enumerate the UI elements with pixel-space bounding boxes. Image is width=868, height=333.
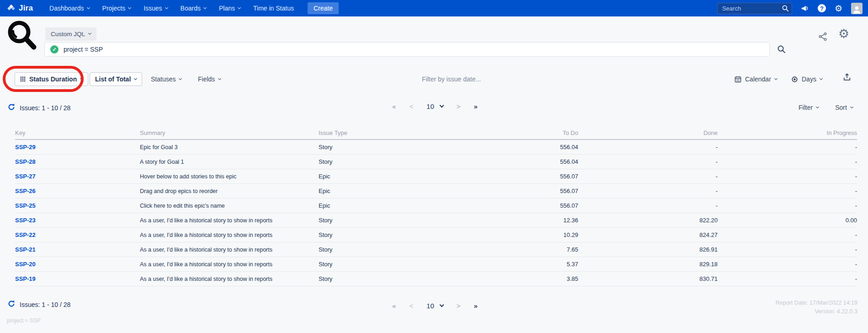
pagination-prev-button[interactable]: < (409, 302, 413, 310)
report-type-dropdown-list-of-total[interactable]: List of Total (90, 72, 142, 86)
to-do-value: 7.65 (447, 246, 578, 253)
table-row: SSP-29 Epic for Goal 3 Story 556.04 - - (15, 140, 857, 155)
pagination-prev-button[interactable]: < (409, 102, 413, 110)
jql-query-input[interactable]: ✓ project = SSP (44, 42, 770, 57)
report-metadata: Report Date: 17/Mar/2022 14:19 Version: … (776, 299, 857, 316)
question-mark-glyph: ? (818, 4, 826, 12)
in-progress-value: - (718, 173, 857, 180)
announcements-megaphone-icon[interactable] (801, 4, 809, 12)
time-unit-dropdown-days[interactable]: Days (791, 72, 822, 86)
issue-summary: Click here to edit this epic's name (140, 203, 319, 209)
issue-key-link[interactable]: SSP-25 (15, 202, 140, 209)
in-progress-value: - (718, 144, 857, 150)
nav-item-label: Boards (181, 5, 201, 12)
sort-dropdown[interactable]: Sort (835, 104, 853, 111)
issue-key-link[interactable]: SSP-20 (15, 261, 140, 268)
issue-key-link[interactable]: SSP-26 (15, 188, 140, 194)
pagination-last-button[interactable]: » (474, 302, 478, 310)
issue-date-filter[interactable]: Filter by issue date... (422, 72, 481, 86)
column-header-issue-type: Issue Type (319, 129, 447, 136)
calendar-label: Calendar (745, 75, 771, 83)
nav-search (717, 3, 792, 14)
issue-type: Story (319, 217, 447, 224)
issue-summary: As a user, I'd like a historical story t… (140, 247, 319, 253)
refresh-icon[interactable] (7, 300, 16, 308)
calendar-dropdown[interactable]: Calendar (735, 72, 777, 86)
issue-key-link[interactable]: SSP-28 (15, 158, 140, 165)
jira-home-link[interactable]: Jira (6, 4, 33, 13)
table-row: SSP-25 Click here to edit this epic's na… (15, 199, 857, 213)
fields-label: Fields (198, 75, 215, 83)
nav-item-dashboards[interactable]: Dashboards (43, 0, 96, 16)
nav-item-projects[interactable]: Projects (96, 0, 138, 16)
page-size-value: 10 (426, 302, 434, 310)
magnifier-app-logo (6, 20, 38, 50)
report-settings-gear-icon[interactable]: ⚙ (838, 28, 849, 40)
to-do-value: 5.37 (447, 261, 578, 268)
nav-item-time-in-status[interactable]: Time in Status (247, 0, 300, 16)
pagination-first-button[interactable]: « (392, 302, 396, 310)
refresh-icon[interactable] (7, 103, 16, 111)
statuses-dropdown[interactable]: Statuses (151, 72, 181, 86)
page-size-dropdown[interactable]: 10 (426, 102, 443, 110)
in-progress-value: 0.00 (718, 217, 857, 224)
chevron-down-icon (128, 5, 131, 9)
fields-dropdown[interactable]: Fields (198, 72, 221, 86)
nav-item-issues[interactable]: Issues (137, 0, 174, 16)
query-type-dropdown[interactable]: Custom JQL (45, 27, 96, 41)
export-icon[interactable] (842, 73, 852, 82)
page-size-dropdown[interactable]: 10 (426, 302, 443, 310)
in-progress-value: - (718, 202, 857, 209)
pagination-top: « < 10 > » (392, 102, 478, 110)
done-value: 822.20 (578, 217, 718, 224)
nav-item-label: Dashboards (49, 5, 84, 12)
share-icon[interactable] (818, 32, 828, 42)
issue-key-link[interactable]: SSP-27 (15, 173, 140, 180)
to-do-value: 10.29 (447, 231, 578, 238)
create-button[interactable]: Create (308, 2, 339, 14)
nav-item-plans[interactable]: Plans (213, 0, 247, 16)
report-type-label: List of Total (95, 75, 131, 83)
nav-item-label: Time in Status (253, 5, 294, 12)
chevron-down-icon (88, 32, 91, 35)
pagination-next-button[interactable]: > (457, 102, 461, 110)
nav-item-label: Projects (102, 5, 126, 12)
issue-key-link[interactable]: SSP-22 (15, 231, 140, 238)
issue-summary: As a user, I'd like a historical story t… (140, 217, 319, 224)
to-do-value: 3.85 (447, 275, 578, 282)
table-row: SSP-28 A story for Goal 1 Story 556.04 -… (15, 155, 857, 169)
chevron-down-icon (87, 5, 90, 9)
issue-key-link[interactable]: SSP-23 (15, 217, 140, 224)
user-avatar[interactable] (851, 3, 863, 14)
to-do-value: 556.04 (447, 158, 578, 165)
nav-right-cluster: ? ⚙ (717, 3, 863, 14)
pagination-next-button[interactable]: > (457, 302, 461, 310)
pagination-first-button[interactable]: « (392, 102, 396, 110)
nav-item-label: Issues (144, 5, 162, 12)
filter-dropdown[interactable]: Filter (799, 104, 819, 111)
issue-key-link[interactable]: SSP-21 (15, 246, 140, 253)
to-do-value: 556.07 (447, 188, 578, 194)
filter-sort-cluster: Filter Sort (799, 104, 853, 111)
issue-summary: Epic for Goal 3 (140, 144, 319, 150)
statuses-label: Statuses (151, 75, 176, 83)
chevron-down-icon (439, 303, 444, 307)
chevron-down-icon (820, 76, 823, 80)
to-do-value: 556.07 (447, 202, 578, 209)
view-type-dropdown-status-duration[interactable]: Status Duration (15, 72, 88, 86)
settings-gear-icon[interactable]: ⚙ (835, 4, 842, 13)
issue-summary: Hover below to add stories to this epic (140, 173, 319, 180)
calendar-icon (735, 76, 741, 83)
help-icon[interactable]: ? (818, 4, 826, 12)
issues-count-label: Issues: 1 - 10 / 28 (20, 104, 70, 112)
issue-key-link[interactable]: SSP-19 (15, 275, 140, 282)
issue-key-link[interactable]: SSP-29 (15, 144, 140, 150)
run-query-search-icon[interactable] (777, 45, 786, 54)
jql-query-text: project = SSP (64, 46, 103, 53)
nav-item-boards[interactable]: Boards (174, 0, 213, 16)
search-input[interactable] (717, 3, 792, 14)
in-progress-value: - (718, 261, 857, 268)
table-row: SSP-19 As a user, I'd like a historical … (15, 272, 857, 286)
to-do-value: 556.07 (447, 173, 578, 180)
pagination-last-button[interactable]: » (474, 102, 478, 110)
